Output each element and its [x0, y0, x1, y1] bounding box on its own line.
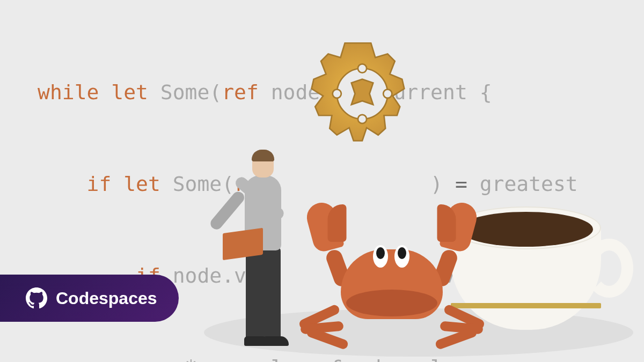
svg-point-2 — [383, 90, 392, 98]
codespaces-badge: Codespaces — [0, 275, 179, 322]
svg-point-4 — [358, 115, 367, 123]
rust-crab-mascot — [301, 169, 483, 351]
rust-gear-icon — [290, 32, 435, 177]
github-icon — [26, 287, 47, 309]
badge-label: Codespaces — [56, 289, 157, 308]
svg-point-3 — [333, 90, 341, 98]
svg-point-1 — [358, 64, 367, 72]
person-illustration — [225, 137, 311, 346]
laptop-icon — [223, 228, 263, 261]
